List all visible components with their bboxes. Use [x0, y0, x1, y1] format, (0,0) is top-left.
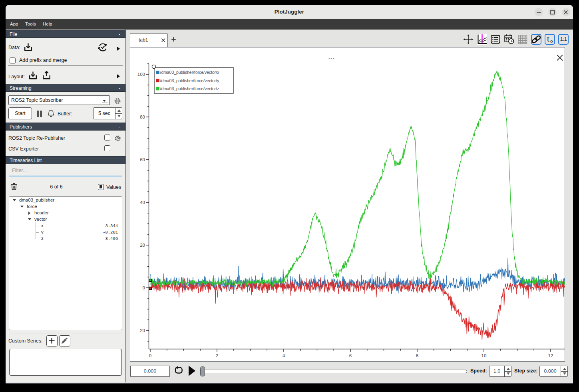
svg-text:/dma03_publisher/force/vector/: /dma03_publisher/force/vector/x — [160, 70, 220, 75]
svg-text:60: 60 — [140, 157, 145, 162]
svg-text:0: 0 — [149, 353, 151, 358]
svg-text:6: 6 — [349, 353, 352, 358]
svg-text:12: 12 — [548, 353, 553, 358]
svg-text:100: 100 — [137, 72, 145, 77]
svg-text:20: 20 — [140, 243, 145, 247]
svg-text:-20: -20 — [138, 328, 145, 333]
svg-text:4: 4 — [283, 353, 285, 358]
svg-text:8: 8 — [416, 353, 418, 358]
svg-text:/dma03_publisher/force/vector/: /dma03_publisher/force/vector/z — [160, 87, 219, 91]
svg-text:40: 40 — [140, 200, 145, 205]
svg-text:0: 0 — [143, 285, 145, 290]
svg-text:2: 2 — [216, 353, 218, 358]
svg-text:10: 10 — [482, 353, 487, 358]
svg-text:80: 80 — [140, 115, 145, 119]
svg-text:/dma03_publisher/force/vector/: /dma03_publisher/force/vector/y — [160, 79, 220, 83]
